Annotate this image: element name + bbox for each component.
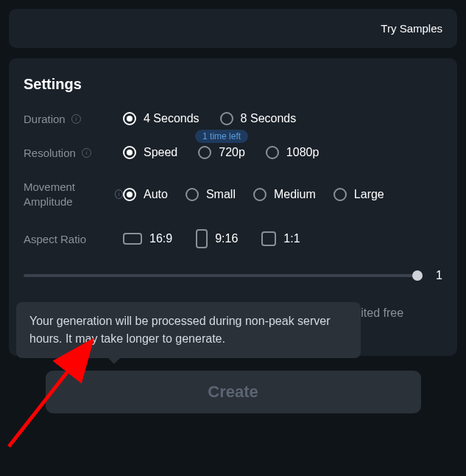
aspect-16-9-text: 16:9	[149, 232, 172, 245]
movement-small-option[interactable]: Small	[186, 188, 236, 201]
movement-medium-option[interactable]: Medium	[253, 188, 316, 201]
radio-selected-icon	[123, 112, 136, 125]
radio-icon	[266, 146, 279, 159]
movement-label: Movement Amplitude i	[24, 180, 123, 209]
movement-large-option[interactable]: Large	[333, 188, 384, 201]
resolution-720p-option[interactable]: 1 time left 720p	[198, 146, 245, 159]
try-samples-link[interactable]: Try Samples	[381, 22, 442, 35]
radio-icon	[198, 146, 211, 159]
info-icon[interactable]: i	[71, 114, 81, 124]
duration-row: Duration i 4 Seconds 8 Seconds	[24, 112, 442, 125]
resolution-label: Resolution i	[24, 147, 123, 159]
duration-4s-text: 4 Seconds	[144, 112, 200, 125]
movement-large-text: Large	[354, 188, 384, 201]
aspect-row: Aspect Ratio 16:9 9:16 1:1	[24, 229, 442, 248]
aspect-9-16-option[interactable]: 9:16	[196, 229, 238, 248]
aspect-16-9-icon	[123, 233, 142, 245]
resolution-speed-text: Speed	[144, 146, 177, 159]
aspect-1-1-icon	[261, 231, 276, 246]
slider-value: 1	[428, 269, 442, 282]
radio-icon	[333, 188, 347, 201]
movement-label-text: Movement Amplitude	[24, 180, 109, 209]
time-left-badge: 1 time left	[195, 130, 248, 143]
settings-title: Settings	[24, 76, 442, 93]
resolution-row: Resolution i Speed 1 time left 720p 1080…	[24, 146, 442, 159]
duration-label: Duration i	[24, 113, 123, 125]
duration-8s-option[interactable]: 8 Seconds	[220, 112, 297, 125]
movement-row: Movement Amplitude i Auto Small Medium L…	[24, 180, 442, 209]
aspect-label-text: Aspect Ratio	[24, 233, 86, 245]
aspect-9-16-icon	[196, 229, 208, 248]
quantity-slider[interactable]	[24, 274, 417, 277]
aspect-9-16-text: 9:16	[215, 232, 238, 245]
resolution-1080p-option[interactable]: 1080p	[266, 146, 320, 159]
create-button[interactable]: Create	[46, 371, 421, 413]
aspect-label: Aspect Ratio	[24, 233, 123, 245]
slider-row: 1	[24, 269, 442, 282]
aspect-16-9-option[interactable]: 16:9	[123, 232, 172, 245]
duration-4s-option[interactable]: 4 Seconds	[123, 112, 200, 125]
radio-icon	[253, 188, 266, 201]
radio-selected-icon	[123, 188, 136, 201]
duration-label-text: Duration	[24, 113, 66, 125]
nonpeak-tooltip: Your generation will be processed during…	[16, 302, 361, 358]
movement-auto-text: Auto	[144, 188, 168, 201]
aspect-1-1-text: 1:1	[283, 232, 300, 245]
movement-small-text: Small	[206, 188, 236, 201]
duration-8s-text: 8 Seconds	[241, 112, 297, 125]
resolution-1080p-text: 1080p	[286, 146, 320, 159]
aspect-1-1-option[interactable]: 1:1	[261, 231, 300, 246]
radio-icon	[220, 112, 233, 125]
top-panel: Try Samples	[9, 9, 457, 48]
resolution-720p-text: 720p	[219, 146, 245, 159]
info-icon[interactable]: i	[115, 189, 123, 199]
radio-icon	[186, 188, 199, 201]
info-icon[interactable]: i	[82, 148, 91, 158]
resolution-speed-option[interactable]: Speed	[123, 146, 177, 159]
resolution-label-text: Resolution	[24, 147, 76, 159]
radio-selected-icon	[123, 146, 136, 159]
movement-medium-text: Medium	[274, 188, 316, 201]
slider-thumb-icon	[412, 270, 423, 281]
movement-auto-option[interactable]: Auto	[123, 188, 168, 201]
